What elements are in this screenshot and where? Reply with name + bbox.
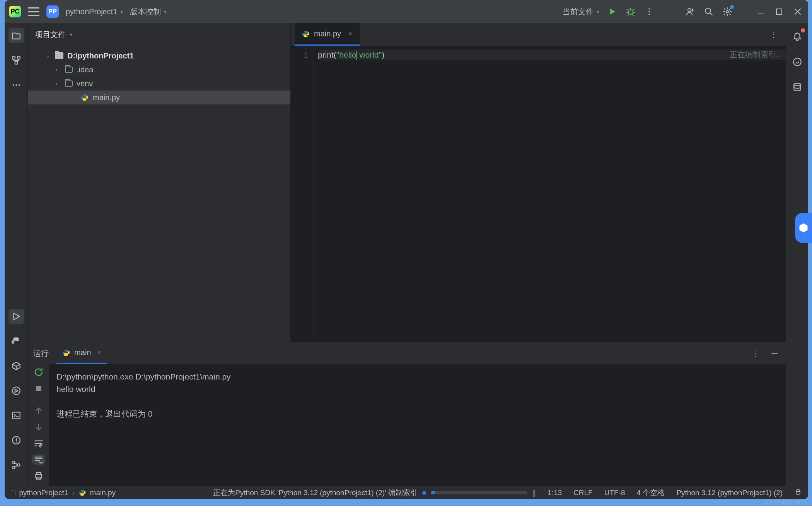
settings-button[interactable]: [722, 6, 733, 17]
scroll-end-button[interactable]: [32, 455, 45, 465]
run-options-button[interactable]: ⋮: [749, 347, 761, 359]
collaborate-button[interactable]: [684, 6, 696, 17]
readonly-toggle-icon[interactable]: [794, 488, 802, 497]
project-panel-title: 项目文件: [35, 29, 66, 40]
chevron-down-icon: ▾: [120, 9, 123, 15]
project-panel: 项目文件 ▾ ⌄ D:\pythonProject1 › .idea: [28, 23, 291, 342]
tree-file-selected[interactable]: main.py: [28, 91, 290, 104]
folder-icon: [65, 67, 73, 73]
tree-folder[interactable]: › venv: [28, 77, 290, 91]
close-tab-icon[interactable]: ×: [97, 349, 101, 357]
status-encoding[interactable]: UTF-8: [604, 489, 625, 497]
code-pane[interactable]: print("hello world") 正在编制索引..: [314, 46, 786, 342]
vcs-tool-button[interactable]: [9, 457, 24, 473]
ide-body: 项目文件 ▾ ⌄ D:\pythonProject1 › .idea: [5, 23, 808, 486]
run-panel: 运行 main × ⋮: [28, 342, 786, 486]
run-console[interactable]: D:\python\python.exe D:\pythonProject1\m…: [49, 364, 786, 486]
minimize-panel-button[interactable]: [769, 347, 780, 359]
project-panel-header[interactable]: 项目文件 ▾: [28, 23, 290, 46]
vcs-dropdown[interactable]: 版本控制 ▾: [130, 7, 167, 17]
status-position[interactable]: 1:13: [548, 489, 562, 497]
token-fn: print: [318, 50, 334, 59]
pycharm-logo-icon[interactable]: PC: [9, 6, 21, 17]
svg-point-0: [628, 10, 633, 14]
project-tool-button[interactable]: [9, 28, 24, 43]
progress-indicator-icon: [422, 491, 426, 495]
floating-widget[interactable]: [795, 213, 812, 243]
svg-point-22: [794, 83, 800, 86]
terminal-tool-button[interactable]: [9, 408, 24, 423]
run-instance-tab[interactable]: main ×: [56, 342, 107, 364]
database-tool-button[interactable]: [790, 80, 805, 95]
close-tab-icon[interactable]: ×: [348, 29, 353, 38]
chevron-down-icon: ▾: [164, 9, 167, 15]
run-panel-title: 运行: [33, 348, 49, 359]
print-button[interactable]: [32, 471, 45, 481]
rerun-button[interactable]: [32, 367, 45, 377]
indexing-progress[interactable]: 正在为Python SDK 'Python 3.12 (pythonProjec…: [213, 488, 536, 498]
soft-wrap-button[interactable]: [32, 438, 45, 448]
menu-button[interactable]: [28, 7, 39, 16]
svg-point-2: [648, 11, 650, 12]
packages-tool-button[interactable]: [9, 358, 24, 374]
console-line: D:\python\python.exe D:\pythonProject1\m…: [56, 371, 779, 383]
svg-point-13: [18, 84, 20, 86]
gutter: 1: [291, 46, 314, 342]
tree-folder[interactable]: › .idea: [28, 63, 290, 77]
status-eol[interactable]: CRLF: [573, 489, 593, 497]
project-tree: ⌄ D:\pythonProject1 › .idea › ven: [28, 46, 290, 342]
svg-point-1: [648, 8, 650, 10]
up-button[interactable]: [32, 406, 45, 416]
watermark: CSDN @CILMY23: [765, 499, 810, 505]
search-button[interactable]: [703, 6, 715, 17]
code-line[interactable]: print("hello world"): [318, 50, 786, 60]
editor-tab-strip: main.py × ⋮: [291, 23, 786, 46]
svg-point-18: [12, 466, 15, 469]
editor-tab-label: main.py: [314, 29, 341, 38]
problems-tool-button[interactable]: [9, 432, 24, 448]
run-config-label: 当前文件: [563, 7, 594, 17]
ai-assistant-button[interactable]: [790, 54, 805, 70]
breadcrumb[interactable]: □ pythonProject1 › main.py: [11, 489, 116, 497]
more-tool-button[interactable]: [9, 77, 24, 93]
stop-button[interactable]: [32, 383, 45, 393]
chevron-down-icon: ▾: [70, 31, 72, 38]
line-number: 1: [291, 50, 308, 60]
tree-root-label: D:\pythonProject1: [67, 51, 134, 60]
debug-button[interactable]: [625, 6, 636, 17]
project-dropdown[interactable]: pythonProject1 ▾: [66, 7, 123, 16]
structure-tool-button[interactable]: [9, 53, 24, 68]
run-tool-button[interactable]: [9, 309, 24, 324]
down-button[interactable]: [32, 422, 45, 432]
editor-tab[interactable]: main.py ×: [295, 23, 360, 46]
upper-row: 项目文件 ▾ ⌄ D:\pythonProject1 › .idea: [28, 23, 786, 342]
editor-more-button[interactable]: ⋮: [765, 23, 782, 46]
editor-content[interactable]: 1 print("hello world") 正在编制索引..: [291, 46, 786, 342]
run-config-dropdown[interactable]: 当前文件 ▾: [563, 7, 599, 17]
indexing-label: 正在为Python SDK 'Python 3.12 (pythonProjec…: [213, 488, 418, 498]
maximize-button[interactable]: [773, 6, 785, 17]
ide-window: PC PP pythonProject1 ▾ 版本控制 ▾ 当前文件 ▾: [5, 0, 808, 499]
status-indent[interactable]: 4 个空格: [637, 488, 665, 498]
pause-icon[interactable]: ‖: [532, 488, 536, 497]
token-paren: ): [382, 50, 384, 59]
tree-root[interactable]: ⌄ D:\pythonProject1: [28, 49, 290, 63]
run-tabbar: 运行 main × ⋮: [28, 342, 786, 364]
right-tool-strip: [786, 23, 808, 486]
python-console-button[interactable]: [9, 333, 24, 349]
minimize-button[interactable]: [755, 6, 766, 17]
close-button[interactable]: [792, 6, 803, 17]
services-tool-button[interactable]: [9, 383, 24, 398]
svg-rect-15: [12, 412, 20, 419]
svg-rect-21: [36, 475, 41, 478]
chevron-right-icon: ›: [56, 67, 61, 73]
svg-point-14: [12, 387, 20, 395]
project-badge[interactable]: PP: [46, 5, 59, 18]
more-actions-button[interactable]: [643, 6, 655, 17]
notifications-button[interactable]: [790, 29, 805, 44]
svg-rect-23: [796, 491, 800, 494]
status-interpreter[interactable]: Python 3.12 (pythonProject1) (2): [676, 489, 783, 497]
chevron-right-icon: ›: [56, 80, 61, 87]
svg-point-12: [15, 84, 17, 86]
run-button[interactable]: [606, 6, 618, 17]
